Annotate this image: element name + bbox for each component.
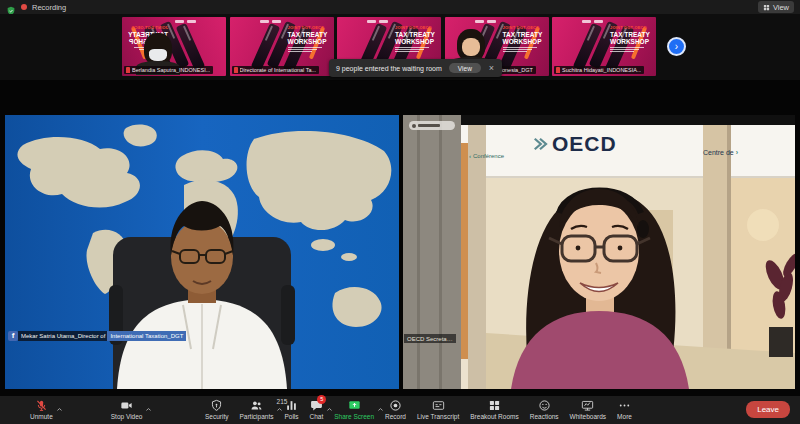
banner-title-text: TAX TREATY WORKSHOP	[503, 31, 546, 45]
participants-icon	[250, 399, 263, 412]
participant-name-label: Directorate of International Ta...	[232, 66, 320, 74]
chevron-up-icon[interactable]	[325, 400, 334, 409]
right-video-name-label: OECD Secretariat	[404, 334, 456, 343]
recording-indicator-icon	[21, 4, 27, 10]
chevron-up-icon[interactable]	[144, 400, 153, 409]
toolbar-share-screen[interactable]: Share Screen	[334, 396, 374, 424]
banner-sub-lines	[610, 47, 653, 52]
top-bar: Recording View	[0, 0, 800, 14]
banner-title-text: TAX TREATY WORKSHOP	[395, 31, 438, 45]
toolbar-breakout-rooms[interactable]: Breakout Rooms	[470, 396, 518, 424]
share-screen-icon	[348, 399, 361, 412]
toolbar-more[interactable]: More	[617, 396, 632, 424]
filmstrip-thumbnail[interactable]: JOINT DGT-OECD TAX TREATY WORKSHOP Suchi…	[552, 17, 656, 76]
participant-name-text: Suchitra Hidayati_INDONESIA...	[562, 67, 641, 73]
oecd-chevrons-icon	[531, 135, 549, 153]
participant-name-label: Suchitra Hidayati_INDONESIA...	[554, 66, 644, 74]
leave-button[interactable]: Leave	[746, 401, 790, 418]
video-tile-right[interactable]: OECD ‹ Conférence Centre de › OECD Secre…	[403, 115, 795, 389]
toolbar-reactions[interactable]: Reactions	[530, 396, 559, 424]
banner-title-text: TAX TREATY WORKSHOP	[610, 31, 653, 45]
tile-overlay-pill	[409, 121, 455, 130]
participant-name-text: Directorate of International Ta...	[240, 67, 317, 73]
banner-top-text: JOINT DGT-OECD	[503, 25, 546, 30]
mic-muted-icon	[234, 67, 238, 73]
world-map-background	[5, 115, 399, 389]
wall-sign-right: Centre de ›	[703, 149, 738, 156]
oecd-logo: OECD	[531, 132, 617, 156]
banner-top-text: JOINT DGT-OECD	[288, 25, 331, 30]
toast-view-button[interactable]: View	[449, 63, 481, 73]
toolbar-security[interactable]: Security	[205, 396, 228, 424]
encryption-shield-icon	[6, 2, 16, 12]
toolbar-polls[interactable]: Polls	[284, 396, 298, 424]
reactions-icon	[538, 399, 551, 412]
banner-top-text: JOINT DGT-OECD	[395, 25, 438, 30]
toolbar-left-group: Unmute Stop Video	[30, 396, 142, 424]
mic-muted-icon	[556, 67, 560, 73]
toolbar-stop-video[interactable]: Stop Video	[111, 396, 143, 424]
banner-top-text: JOINT DGT-OECD	[125, 25, 168, 30]
toolbar-center-group: Security Participants 215 Polls Chat 5 S…	[205, 396, 632, 424]
participant-name-text: Berlandia Saputra_INDONESI...	[132, 67, 210, 73]
mic-muted-icon	[126, 67, 130, 73]
record-icon	[389, 399, 402, 412]
chevron-up-icon[interactable]	[376, 400, 385, 409]
live-transcript-icon	[432, 399, 445, 412]
video-tile-left[interactable]: f Mekar Satria Utama_Director of Interna…	[5, 115, 399, 389]
sign-chevron-left-icon: ‹	[469, 153, 471, 159]
zoom-meeting-window: Recording View JOINT DGT-OECD TAX TREATY…	[0, 0, 800, 424]
banner-sub-lines	[503, 47, 546, 52]
toast-close-icon[interactable]: ×	[488, 64, 495, 73]
participant-face	[457, 29, 485, 61]
toolbar-record[interactable]: Record	[385, 396, 406, 424]
masked-participant-face	[144, 33, 172, 65]
wall-sign-right-text: Centre de	[703, 149, 734, 156]
toolbar-unmute[interactable]: Unmute	[30, 396, 53, 424]
polls-icon	[285, 399, 298, 412]
oecd-office-background	[403, 115, 795, 389]
grid-view-icon	[763, 4, 770, 11]
left-speaker-name: Mekar Satria Utama_Director of	[18, 331, 107, 341]
waiting-room-toast: 9 people entered the waiting room View ×	[329, 59, 502, 77]
participant-name-label: Berlandia Saputra_INDONESI...	[124, 66, 213, 74]
shield-icon	[210, 399, 223, 412]
sign-chevron-right-icon: ›	[736, 149, 738, 156]
oecd-logo-text: OECD	[552, 132, 617, 156]
toolbar-whiteboards[interactable]: Whiteboards	[570, 396, 607, 424]
chevron-up-icon[interactable]	[275, 400, 284, 409]
chevron-up-icon[interactable]	[55, 400, 64, 409]
mic-off-icon	[35, 399, 48, 412]
view-button-label: View	[773, 3, 789, 12]
more-icon	[618, 399, 631, 412]
wall-sign-left: ‹ Conférence	[469, 153, 504, 159]
banner-sub-lines	[395, 47, 438, 52]
left-speaker-name-highlight: International Taxation_DGT	[107, 331, 186, 341]
banner-title-text: TAX TREATY WORKSHOP	[288, 31, 331, 45]
video-camera-icon	[120, 399, 133, 412]
toolbar-chat[interactable]: Chat 5	[310, 396, 324, 424]
banner-sub-lines	[288, 47, 331, 52]
recording-label: Recording	[32, 3, 66, 12]
banner-logos	[260, 20, 281, 23]
filmstrip-next-button[interactable]: ›	[667, 37, 686, 56]
breakout-rooms-icon	[488, 399, 501, 412]
banner-top-text: JOINT DGT-OECD	[610, 25, 653, 30]
filmstrip-thumbnail[interactable]: JOINT DGT-OECD TAX TREATY WORKSHOP Direc…	[230, 17, 334, 76]
toast-message: 9 people entered the waiting room	[336, 65, 442, 72]
left-video-name-label: f Mekar Satria Utama_Director of Interna…	[8, 331, 186, 341]
toolbar-participants[interactable]: Participants 215	[239, 396, 273, 424]
toolbar: Unmute Stop Video Security Participants …	[0, 396, 800, 424]
banner-logos	[175, 20, 196, 23]
whiteboard-icon	[581, 399, 594, 412]
wall-sign-left-text: Conférence	[473, 153, 504, 159]
banner-logos	[475, 20, 496, 23]
view-button[interactable]: View	[758, 1, 794, 13]
right-speaker-name: OECD Secretariat	[404, 334, 456, 343]
filmstrip-thumbnail[interactable]: JOINT DGT-OECD TAX TREATY WORKSHOP Berla…	[122, 17, 226, 76]
facebook-icon: f	[8, 331, 18, 341]
toolbar-live-transcript[interactable]: Live Transcript	[417, 396, 459, 424]
